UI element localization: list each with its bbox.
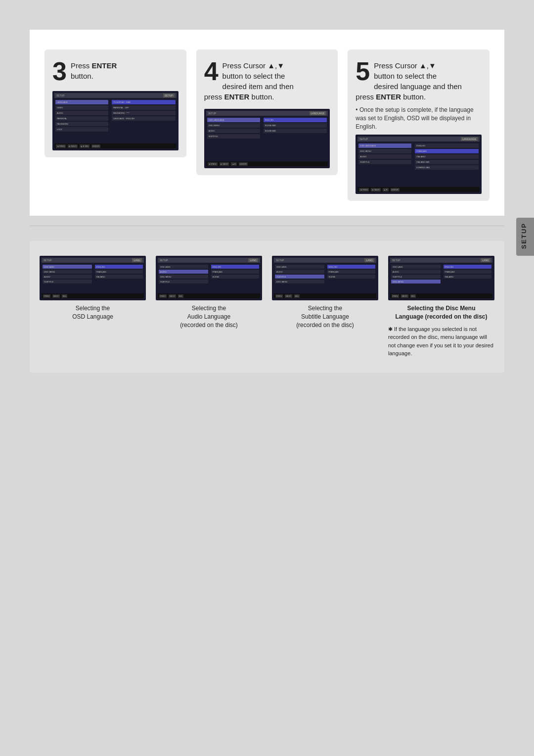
menu-item: OSD LANGUAGE xyxy=(209,119,224,121)
menu-item: OSD LANG xyxy=(276,266,287,268)
disc-screen: SETUP LANG OSD LANG AUDIO SUBTITLE DISC … xyxy=(388,256,494,300)
screen-setup-badge: SETUP xyxy=(163,94,175,97)
steps-row: 3 Press ENTERbutton. SETUP SETUP LANGUA xyxy=(44,49,490,201)
menu-value: ITALIANO xyxy=(416,155,425,158)
osd-screen: SETUP LANG OSD LANG DISC MENU AUDIO SUBT… xyxy=(40,256,146,300)
screen-badge: LANG xyxy=(248,258,258,262)
nav-btn: ▲▼ xyxy=(383,188,389,191)
menu-value: ENGLISH xyxy=(265,119,274,121)
step-5-screen: SETUP LANGUAGE OSD LANGUAGE DISC MENU AU… xyxy=(356,135,482,194)
menu-item: DISC MENU xyxy=(276,281,287,283)
setup-tab: SETUP xyxy=(516,218,534,256)
menu-value: ITALIANO xyxy=(96,276,105,278)
step-5-note: • Once the setup is complete, if the lan… xyxy=(356,106,482,131)
menu-item: OSD LANG xyxy=(160,266,171,268)
screen-label: SETUP xyxy=(359,138,459,141)
step-3-text: Press ENTERbutton. xyxy=(52,58,178,81)
nav-btn: PREV xyxy=(159,294,167,298)
screen-label: SETUP xyxy=(208,112,308,115)
menu-value: FRANÇAIS xyxy=(96,271,106,273)
disc-note: ✱ If the language you selected is not re… xyxy=(388,325,494,358)
disc-caption-bold: Selecting the Disc MenuLanguage (recorde… xyxy=(395,305,487,320)
menu-item: SUBTITLE xyxy=(160,281,170,283)
screen-badge: LANG xyxy=(481,258,490,262)
menu-value: LANGUAGE : ENGLISH xyxy=(113,117,134,120)
menu-item: OSD LANGUAGE xyxy=(360,144,376,147)
page: 3 Press ENTERbutton. SETUP SETUP LANGUA xyxy=(0,30,534,756)
menu-item: AUDIO xyxy=(393,271,399,273)
menu-item: DISC MENU xyxy=(209,124,220,127)
screen-label: SETUP xyxy=(276,259,362,262)
bottom-section: SETUP LANG OSD LANG DISC MENU AUDIO SUBT… xyxy=(30,241,504,373)
screen-badge: LANG xyxy=(132,258,142,262)
bottom-item-osd: SETUP LANG OSD LANG DISC MENU AUDIO SUBT… xyxy=(40,256,146,321)
nav-btn: NEXT xyxy=(285,294,292,298)
screen-label: SETUP xyxy=(44,259,130,262)
nav-btn: NEXT xyxy=(169,294,176,298)
disc-caption: Selecting the Disc MenuLanguage (recorde… xyxy=(395,304,487,321)
bottom-item-audio: SETUP LANG OSD LANG AUDIO DISC MENU SUBT… xyxy=(156,256,262,329)
step-5-bold: ENTER xyxy=(376,93,401,101)
menu-item: SUBTITLE xyxy=(393,276,402,278)
menu-item: SUBTITLE xyxy=(209,135,218,138)
nav-btn: ▲▼ SEL xyxy=(80,144,90,148)
audio-caption-line2: Audio Language xyxy=(187,313,230,320)
setup-tab-label: SETUP xyxy=(520,223,528,249)
menu-item: AUDIO xyxy=(209,130,215,132)
nav-btn: PREV xyxy=(275,294,283,298)
nav-btn: NEXT xyxy=(401,294,408,298)
menu-item: DISC MENU xyxy=(44,271,55,273)
menu-item: AUDIO xyxy=(360,155,366,158)
screen-badge: LANGUAGE xyxy=(461,137,478,141)
nav-btn: ENTER xyxy=(91,144,100,148)
step-3-card: 3 Press ENTERbutton. SETUP SETUP LANGUA xyxy=(44,49,186,157)
menu-value: PARENTAL : OFF xyxy=(113,106,129,109)
menu-item: AUDIO xyxy=(160,271,167,273)
step-4-screen: SETUP LANGUAGE OSD LANGUAGE DISC MENU AU… xyxy=(204,109,330,168)
nav-btn: ► NEXT xyxy=(220,162,229,166)
screen-badge: LANG xyxy=(364,258,374,262)
menu-value: ITALIANO MBI xyxy=(416,161,429,163)
screen-label: SETUP xyxy=(160,259,246,262)
menu-value: FRANÇAIS xyxy=(445,271,455,273)
menu-value: ENGLISH xyxy=(329,266,338,268)
menu-item: LANGUAGE xyxy=(57,101,68,103)
step-4-card: 4 Press Cursor ▲,▼button to select thede… xyxy=(196,49,338,175)
nav-btn: ► NEXT xyxy=(371,188,381,191)
step-4-number: 4 xyxy=(204,58,219,84)
menu-value: ENGLISH xyxy=(416,144,425,147)
menu-item: SUBTITLE xyxy=(360,161,369,163)
menu-value: FRANÇAIS xyxy=(329,271,339,273)
bottom-item-disc: SETUP LANG OSD LANG AUDIO SUBTITLE DISC … xyxy=(388,256,494,358)
nav-btn: ► NEXT xyxy=(68,144,78,148)
menu-value: ITALIANO xyxy=(445,276,454,278)
menu-item: SUBTITLE xyxy=(276,276,286,278)
subtitle-caption-line3: (recorded on the disc) xyxy=(296,322,354,329)
menu-value: ENGLISH xyxy=(213,266,222,268)
step-3-number: 3 xyxy=(52,58,67,84)
osd-caption: Selecting the OSD Language xyxy=(72,304,113,321)
menu-value: SCENE MBI xyxy=(265,124,276,127)
osd-caption-line2: OSD Language xyxy=(72,313,113,320)
section-divider xyxy=(30,226,504,226)
subtitle-caption-line1: Selecting the xyxy=(308,305,342,312)
audio-caption: Selecting the Audio Language (recorded o… xyxy=(180,304,238,329)
nav-btn: PREV xyxy=(392,294,399,298)
menu-item: DISC MENU xyxy=(360,150,371,152)
audio-caption-line3: (recorded on the disc) xyxy=(180,322,238,329)
menu-item: PASSWORD xyxy=(57,123,68,125)
nav-btn: SEL xyxy=(410,294,416,298)
nav-btn: ENTER xyxy=(391,188,400,191)
menu-value: SCENE xyxy=(329,276,336,278)
step-5-card: 5 Press Cursor ▲,▼button to select thede… xyxy=(348,49,490,201)
nav-btn: NEXT xyxy=(52,294,60,298)
nav-btn: SEL xyxy=(62,294,68,298)
osd-caption-line1: Selecting the xyxy=(76,305,110,312)
menu-value: FRANÇAIS xyxy=(416,150,426,152)
step-4-text: Press Cursor ▲,▼button to select thedesi… xyxy=(204,58,330,102)
menu-item: DISC MENU xyxy=(393,281,403,283)
nav-btn: ENTER xyxy=(239,162,248,166)
audio-caption-line1: Selecting the xyxy=(192,305,226,312)
nav-btn: ◄ PREV xyxy=(208,162,218,166)
step-4-bold: ENTER xyxy=(224,93,250,101)
